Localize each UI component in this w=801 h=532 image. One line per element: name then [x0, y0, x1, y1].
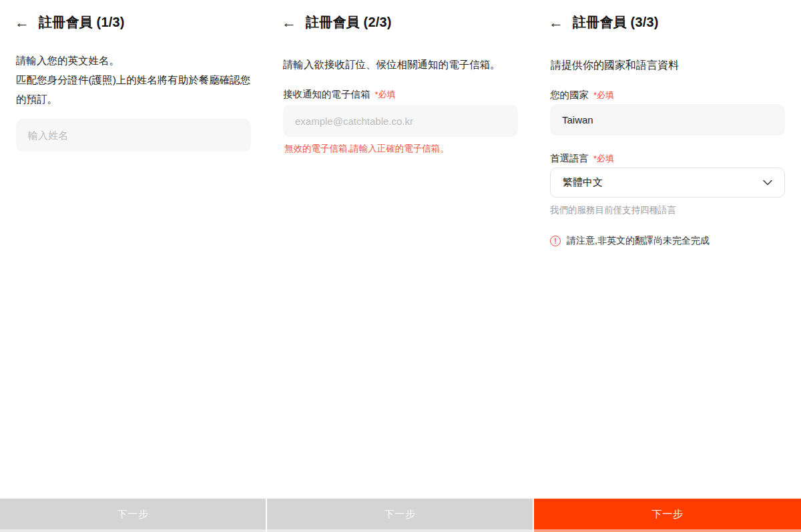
country-field-label: 您的國家: [550, 89, 589, 101]
country-value: Taiwan: [562, 114, 593, 125]
email-input[interactable]: [283, 105, 518, 137]
translation-notice: ! 請注意,非英文的翻譯尚未完全完成: [550, 235, 785, 247]
header: ← 註冊會員 (1/3): [15, 13, 251, 31]
next-step-button[interactable]: 下一步: [267, 499, 533, 532]
instruction-line: 匹配您身分證件(護照)上的姓名將有助於餐廳確認您的預訂。: [16, 70, 251, 109]
next-step-button[interactable]: 下一步: [0, 499, 266, 532]
language-helper-text: 我們的服務目前僅支持四種語言: [550, 204, 785, 216]
screen-register-step1: ← 註冊會員 (1/3) 請輸入您的英文姓名。 匹配您身分證件(護照)上的姓名將…: [0, 0, 267, 532]
language-field-label: 首選語言: [550, 152, 589, 165]
back-arrow-icon[interactable]: ←: [282, 15, 296, 31]
chevron-down-icon: [763, 180, 772, 186]
back-arrow-icon[interactable]: ←: [549, 15, 563, 31]
required-badge: *必填: [593, 153, 614, 165]
screen-register-step2: ← 註冊會員 (2/3) 請輸入欲接收訂位、候位相關通知的電子信箱。 接收通知的…: [267, 0, 534, 532]
next-step-button[interactable]: 下一步: [534, 499, 801, 532]
instructions: 請提供你的國家和語言資料: [551, 57, 785, 73]
page-title: 註冊會員 (2/3): [306, 13, 392, 31]
screen-register-step3: ← 註冊會員 (3/3) 請提供你的國家和語言資料 您的國家 *必填 Taiwa…: [534, 0, 801, 532]
language-value: 繁體中文: [563, 176, 603, 189]
required-badge: *必填: [375, 89, 396, 101]
page-title: 註冊會員 (3/3): [573, 13, 659, 31]
registration-flow: ← 註冊會員 (1/3) 請輸入您的英文姓名。 匹配您身分證件(護照)上的姓名將…: [0, 0, 801, 532]
email-error-message: 無效的電子信箱,請輸入正確的電子信箱。: [284, 143, 518, 155]
header: ← 註冊會員 (3/3): [549, 13, 785, 31]
header: ← 註冊會員 (2/3): [282, 13, 518, 31]
instructions: 請輸入欲接收訂位、候位相關通知的電子信箱。: [283, 57, 518, 72]
country-field[interactable]: Taiwan: [550, 104, 785, 136]
required-badge: *必填: [593, 89, 614, 101]
email-field-label: 接收通知的電子信箱: [283, 88, 370, 101]
instruction-line: 請輸入您的英文姓名。: [16, 51, 251, 70]
country-field-label-row: 您的國家 *必填: [550, 89, 785, 101]
page-title: 註冊會員 (1/3): [39, 13, 125, 31]
language-field-label-row: 首選語言 *必填: [550, 152, 785, 165]
instructions: 請輸入您的英文姓名。 匹配您身分證件(護照)上的姓名將有助於餐廳確認您的預訂。: [16, 51, 251, 109]
notice-text: 請注意,非英文的翻譯尚未完全完成: [567, 235, 710, 247]
circle-exclamation-icon: !: [550, 236, 561, 246]
email-field-label-row: 接收通知的電子信箱 *必填: [283, 88, 518, 101]
language-select[interactable]: 繁體中文: [550, 168, 785, 198]
name-input[interactable]: [16, 119, 251, 152]
back-arrow-icon[interactable]: ←: [15, 15, 29, 31]
